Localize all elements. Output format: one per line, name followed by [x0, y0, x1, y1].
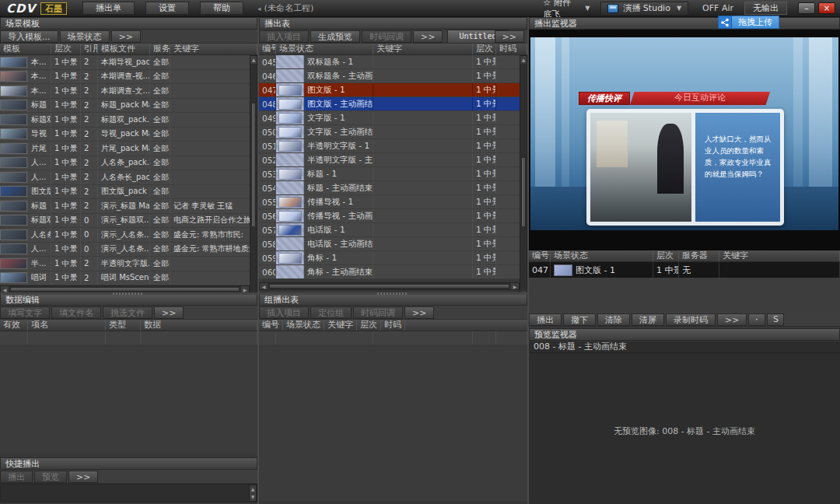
scroll-up-icon[interactable]: ▲: [520, 56, 527, 64]
playout-row[interactable]: 055传播导视 - 11 中景: [259, 195, 527, 209]
template-row[interactable]: 人名条短1 中景0演示_人名条...全部盛金元: 常熟市市民:: [0, 228, 257, 243]
template-row[interactable]: 唱词1 中景2唱词 MsScene全部: [0, 271, 257, 286]
scroll-down-icon[interactable]: ▼: [250, 493, 256, 501]
template-keyword: [170, 70, 257, 84]
splitter-left-horizontal[interactable]: [0, 292, 257, 295]
playout-row[interactable]: 056传播导视 - 主动画结束1 中景: [259, 209, 527, 223]
group-playout-toolbar-button[interactable]: 时码回调: [353, 306, 403, 319]
template-ref-count: 2: [81, 70, 98, 84]
template-row[interactable]: 本...1 中景2本期导视_pac...全部: [0, 55, 257, 70]
menu-item[interactable]: 设置: [145, 2, 189, 15]
scroll-thumb[interactable]: [251, 103, 256, 227]
group-playout-toolbar-button[interactable]: >>: [404, 306, 434, 319]
minimize-button[interactable]: –: [798, 2, 815, 14]
studio-selector[interactable]: 演播 Studio ▼: [600, 2, 688, 16]
template-thumbnail: [0, 170, 28, 184]
splitter-left-middle[interactable]: [257, 17, 259, 504]
splitter-middle-right[interactable]: [527, 17, 529, 504]
playout-row[interactable]: 048图文版 - 主动画结束1 中景: [259, 97, 527, 111]
data-edit-toolbar-button[interactable]: 挑选文件: [103, 306, 152, 319]
monitor-button[interactable]: 播出: [529, 313, 562, 326]
tools-dropdown-icon[interactable]: ▼: [585, 5, 590, 12]
playout-name: 图文版 - 主动画结束: [304, 97, 373, 110]
monitor-button[interactable]: >>: [717, 313, 747, 326]
playout-row[interactable]: 060角标 - 主动画结束1 中景: [259, 265, 527, 279]
menu-item[interactable]: 帮助: [200, 2, 243, 15]
playout-row[interactable]: 052半透明文字版 - 主动...1 中景: [259, 153, 527, 167]
template-ref-count: 2: [81, 113, 98, 127]
monitor-button[interactable]: 录制时码: [666, 313, 716, 326]
playout-tabs-more-button[interactable]: >>: [495, 30, 524, 43]
menu-item[interactable]: 播出单: [82, 2, 135, 15]
monitor-button[interactable]: 清屏: [632, 313, 664, 326]
scroll-up-icon[interactable]: ▲: [250, 485, 256, 493]
playout-row[interactable]: 058电话版 - 主动画结束1 中景: [259, 237, 527, 251]
no-preview-message: 无预览图像: 008 - 标题 - 主动画结束: [614, 425, 755, 437]
playout-row[interactable]: 045双标题条 - 11 中景: [259, 55, 527, 69]
quick-playout-button[interactable]: 播出: [0, 471, 33, 483]
template-row[interactable]: 半...1 中景2半透明文字版.全部: [0, 257, 257, 271]
drag-upload-button[interactable]: 拖拽上传: [718, 16, 779, 29]
playout-row[interactable]: 054标题 - 主动画结束1 中景: [259, 181, 527, 195]
playout-toolbar-button[interactable]: 生成预览: [310, 30, 360, 43]
scroll-right-icon[interactable]: ▶: [511, 283, 519, 289]
template-toolbar-button[interactable]: 场景状态: [60, 30, 110, 43]
playout-row[interactable]: 047图文版 - 11 中景: [259, 83, 527, 97]
data-edit-toolbar-button[interactable]: >>: [154, 306, 184, 319]
template-row[interactable]: 导视1 中景2导视_pack Ma...全部: [0, 128, 257, 142]
scroll-thumb[interactable]: [521, 157, 526, 227]
preview-item[interactable]: 008 - 标题 - 主动画结束: [529, 341, 840, 353]
scroll-thumb[interactable]: [10, 287, 240, 292]
template-row[interactable]: 人...1 中景2人名条长_pac...全部: [0, 170, 257, 185]
playout-row[interactable]: 049文字版 - 11 中景: [259, 111, 527, 125]
playout-row[interactable]: 059角标 - 11 中景: [259, 251, 527, 265]
playout-row[interactable]: 053标题 - 11 中景: [259, 167, 527, 181]
playout-toolbar-button[interactable]: 时码回调: [362, 30, 411, 43]
scroll-up-icon[interactable]: ▲: [250, 56, 257, 64]
template-row[interactable]: 片尾1 中景2片尾_pack Ma...全部: [0, 142, 257, 156]
close-button[interactable]: ×: [818, 2, 835, 14]
playout-row[interactable]: 046双标题条 - 主动画结束1 中景: [259, 69, 527, 83]
snapshot-camera-icon[interactable]: [748, 313, 765, 326]
monitor-button[interactable]: 撤下: [563, 313, 596, 326]
data-edit-toolbar-button[interactable]: 填写文字: [0, 306, 50, 319]
template-row[interactable]: 图文版1 中景2图文版_pack ...全部: [0, 185, 257, 200]
template-vertical-scrollbar[interactable]: ▲ ▼: [250, 55, 257, 303]
playout-toolbar-button[interactable]: 插入项目: [259, 30, 309, 43]
tool-附件[interactable]: ☆附件: [543, 0, 572, 9]
monitor-button[interactable]: 清除: [597, 313, 630, 326]
template-row[interactable]: 人...1 中景2人名条_pack...全部: [0, 156, 257, 171]
playout-row[interactable]: 057电话版 - 11 中景: [259, 223, 527, 237]
quick-vertical-scrollbar[interactable]: ▲ ▼: [249, 485, 257, 502]
output-status-button[interactable]: 无输出: [744, 2, 787, 15]
template-toolbar-button[interactable]: >>: [111, 30, 141, 43]
group-playout-toolbar-button[interactable]: 插入项目: [259, 306, 309, 319]
scroll-left-icon[interactable]: ◀: [260, 283, 268, 289]
scroll-thumb[interactable]: [269, 284, 509, 289]
data-edit-toolbar-button[interactable]: 填文件名: [51, 306, 101, 319]
splitter-middle-horizontal[interactable]: [259, 292, 527, 295]
template-row[interactable]: 本...1 中景2本期调查-视...全部: [0, 70, 257, 85]
template-row[interactable]: 标题双1 中景0演示_标题双...全部电商之路开启合作之旅:: [0, 214, 257, 229]
template-row[interactable]: 人...1 中景0演示_人名条...全部盛金元: 常熟市耕地质量: [0, 243, 257, 257]
playout-layer: 1 中景: [473, 97, 496, 110]
template-row[interactable]: 本...1 中景2本期调查-文...全部: [0, 84, 257, 99]
template-row[interactable]: 标题1 中景2演示_标题 Ma...全部记者 李灵敏 王猛: [0, 199, 257, 214]
playout-toolbar-button[interactable]: >>: [413, 30, 443, 43]
scroll-left-icon[interactable]: ◀: [1, 286, 9, 292]
playout-row[interactable]: 051半透明文字版 - 11 中景: [259, 139, 527, 153]
playout-horizontal-scrollbar[interactable]: ◀ ▶: [259, 282, 520, 290]
playout-vertical-scrollbar[interactable]: ▲ ▼: [520, 55, 527, 299]
stream-s-button[interactable]: S: [767, 313, 784, 326]
quick-playout-button[interactable]: >>: [68, 471, 98, 483]
template-toolbar-button[interactable]: 导入模板...: [0, 30, 58, 43]
scroll-right-icon[interactable]: ▶: [241, 286, 249, 292]
playout-row[interactable]: 050文字版 - 主动画结束1 中景: [259, 125, 527, 139]
monitor-row[interactable]: 047图文版 - 11 中景无: [529, 262, 840, 278]
template-thumbnail: [0, 99, 28, 113]
quick-playout-button[interactable]: 预览: [34, 471, 67, 483]
template-row[interactable]: 标题双1 中景2标题双_pack...全部: [0, 113, 257, 128]
template-row[interactable]: 标题1 中景2标题_pack Ma...全部: [0, 99, 257, 114]
template-thumbnail: [0, 156, 28, 170]
group-playout-toolbar-button[interactable]: 定位组: [310, 306, 352, 319]
